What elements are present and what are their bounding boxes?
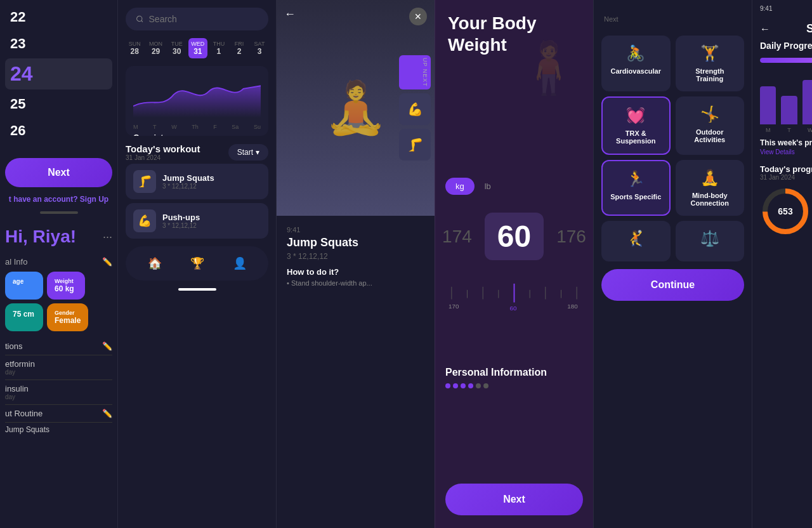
- svg-text:180: 180: [567, 303, 578, 310]
- cat-outdoor[interactable]: 🤸 Outdoor Activities: [676, 96, 745, 155]
- weight-left: 174: [442, 227, 472, 247]
- cat-trx[interactable]: 💓 TRX & Suspension: [601, 96, 671, 155]
- thumb-1[interactable]: 💪: [399, 93, 431, 125]
- svg-text:170: 170: [449, 303, 459, 310]
- cardiovascular-icon: 🚴: [626, 44, 645, 62]
- search-input[interactable]: [149, 14, 258, 24]
- personal-info-label: Personal Information: [445, 367, 547, 378]
- jumpsquats-sets: 3 * 12,12,12: [162, 183, 214, 190]
- p6-title-bar: ← Summary ✦: [752, 17, 812, 41]
- back-arrow-6[interactable]: ←: [760, 23, 770, 35]
- continue-button[interactable]: Continue: [601, 269, 744, 301]
- week-progress-label: This week's progress: [752, 138, 812, 147]
- next-step-label: Next: [604, 15, 742, 23]
- day-wed[interactable]: WED31: [188, 38, 207, 58]
- start-button[interactable]: Start ▾: [228, 144, 268, 161]
- dot-1: [445, 383, 450, 388]
- day-mon[interactable]: MON29: [147, 38, 166, 58]
- bar-wed-label: W: [808, 127, 812, 133]
- day-thu[interactable]: THU1: [210, 38, 228, 58]
- dot-4: [468, 383, 473, 388]
- circle-chart-1: 653: [760, 186, 811, 237]
- strength-icon: 🏋️: [700, 44, 719, 62]
- info-card-1: age: [5, 272, 43, 300]
- day-tue[interactable]: TUE30: [168, 38, 186, 58]
- calendar-row-25: 25: [5, 92, 112, 116]
- more-options-icon[interactable]: ···: [103, 230, 112, 244]
- category-grid: 🚴 Cardiovascular 🏋️ Strength Training 💓 …: [594, 36, 752, 261]
- cardiovascular-label: Cardiovascular: [611, 67, 661, 75]
- panel-workout-category: Next 🚴 Cardiovascular 🏋️ Strength Traini…: [593, 0, 752, 528]
- sections-list: tions ✏️ etformin day insulin day ut Rou…: [5, 338, 112, 434]
- dot-5: [476, 383, 481, 388]
- time-badge: 9:41: [287, 226, 424, 234]
- day-sat[interactable]: SAT3: [251, 38, 268, 58]
- pushups-name: Push-ups: [162, 213, 200, 222]
- daily-progress-label: Daily Progress: [752, 41, 812, 51]
- cat-mindbody[interactable]: 🧘 Mind-body Connection: [676, 160, 745, 216]
- personal-info-section: al Info ✏️ age Weight 60 kg 75 cm Gender…: [5, 257, 112, 331]
- step-1: • Stand shoulder-width ap...: [287, 279, 424, 287]
- section-platformin: etformin day: [5, 355, 112, 380]
- chevron-icon: ▾: [256, 148, 259, 157]
- progress-bar-container: 64%: [760, 56, 812, 65]
- workout-item-jumpsquats[interactable]: 🦵 Jump Squats 3 * 12,12,12: [126, 164, 268, 199]
- bar-tue: T: [781, 96, 797, 133]
- cal-num-25: 25: [10, 96, 25, 112]
- progress-dots: [445, 383, 547, 388]
- tw-date: 31 Jan 2024: [126, 154, 200, 161]
- cal-num-23: 23: [10, 36, 25, 52]
- panel-exercise-video: ← 🧘 ✕ UP NEXT 💪 🦵 9:41 Jump Squats 3 * 1…: [276, 0, 435, 528]
- view-details-link[interactable]: View Details: [752, 147, 812, 157]
- outdoor-icon: 🤸: [700, 105, 719, 123]
- signup-link[interactable]: Sign Up: [80, 195, 108, 204]
- cat7-icon: 🤾: [626, 230, 645, 248]
- next-button-p4[interactable]: Next: [445, 484, 583, 515]
- jump-squats-label: Jump Squats: [5, 423, 112, 434]
- jumpsquats-info: Jump Squats 3 * 12,12,12: [162, 173, 214, 190]
- lb-button[interactable]: lb: [475, 178, 501, 195]
- workout-item-pushups[interactable]: 💪 Push-ups 3 * 12,12,12: [126, 203, 268, 239]
- gender-card: Gender Female: [47, 303, 88, 331]
- panel-body-weight: 🧍 Your Body Weight kg lb 174 60 176: [435, 0, 593, 528]
- weight-center: 60: [485, 213, 544, 260]
- cal-num-24: 24: [10, 62, 33, 86]
- cat-8[interactable]: ⚖️: [676, 221, 745, 261]
- calendar-row-23: 23: [5, 32, 112, 56]
- circle-charts: 653 168: [760, 186, 812, 237]
- dot-2: [453, 383, 458, 388]
- bar-tue-bar: [781, 96, 797, 124]
- bar-chart: M T W Th F Sa Su: [760, 70, 812, 133]
- week-nav: SUN28 MON29 TUE30 WED31 THU1 FRI2 SAT3: [118, 38, 276, 58]
- day-sun[interactable]: SUN28: [126, 38, 144, 58]
- progress-bar-bg: [760, 58, 812, 63]
- sports-icon: 🏃: [626, 170, 645, 188]
- consistency-label: Consistency: [133, 133, 261, 136]
- pushups-sets: 3 * 12,12,12: [162, 222, 200, 229]
- cat-sports[interactable]: 🏃 Sports Specific: [601, 160, 671, 216]
- calendar-row-26: 26: [5, 119, 112, 143]
- cat-cardiovascular[interactable]: 🚴 Cardiovascular: [601, 36, 671, 91]
- cat-7[interactable]: 🤾: [601, 221, 671, 261]
- exercise-sets: 3 * 12,12,12: [287, 252, 424, 261]
- profile-nav-icon[interactable]: 👤: [226, 254, 253, 273]
- next-button-1[interactable]: Next: [5, 158, 112, 187]
- info-cards-2: 75 cm Gender Female: [5, 303, 112, 331]
- summary-title: Summary: [776, 22, 812, 36]
- home-nav-icon[interactable]: 🏠: [141, 254, 168, 273]
- tp-header: Today's progress 31 Jan 2024 Today ▾: [760, 164, 812, 181]
- info-cards: age Weight 60 kg: [5, 272, 112, 300]
- cat-strength[interactable]: 🏋️ Strength Training: [676, 36, 745, 91]
- exercise-info: 9:41 Jump Squats 3 * 12,12,12 How to do …: [277, 216, 435, 297]
- tp-title-group: Today's progress 31 Jan 2024: [760, 164, 812, 181]
- trophy-nav-icon[interactable]: 🏆: [184, 254, 211, 273]
- back-arrow[interactable]: ←: [284, 8, 296, 21]
- search-bar[interactable]: [126, 8, 268, 30]
- edit-icon[interactable]: ✏️: [102, 257, 112, 267]
- day-fri[interactable]: FRI2: [230, 38, 248, 58]
- weight-gauge[interactable]: 170 180 60: [445, 280, 583, 314]
- todays-workout-section: Today's workout 31 Jan 2024 Start ▾ 🦵 Ju…: [118, 143, 276, 239]
- kg-button[interactable]: kg: [445, 178, 475, 195]
- todays-progress-title: Today's progress: [760, 164, 812, 174]
- thumb-2[interactable]: 🦵: [399, 129, 431, 161]
